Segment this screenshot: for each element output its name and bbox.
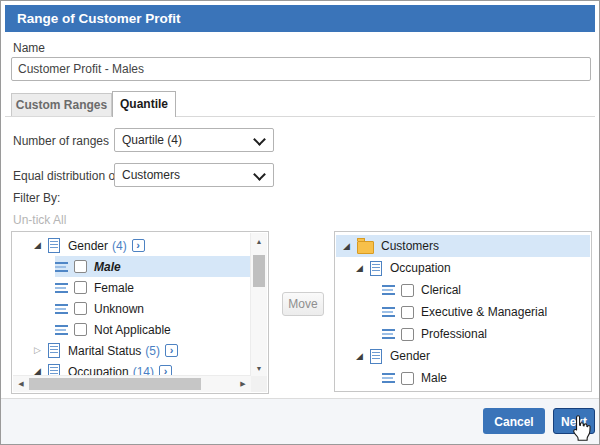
- vertical-scrollbar[interactable]: ▲ ▼: [250, 233, 267, 376]
- scroll-right-icon[interactable]: ▶: [235, 376, 251, 392]
- checkbox-unknown[interactable]: [74, 302, 87, 315]
- tree-item-unknown[interactable]: Unknown: [55, 298, 251, 319]
- list-item-icon: [55, 303, 68, 315]
- tree-item-label: Unknown: [94, 302, 144, 316]
- equal-distribution-select[interactable]: Customers: [114, 163, 274, 187]
- tree-item-professional[interactable]: Professional: [336, 323, 590, 345]
- right-tree: ◢Customers◢OccupationClericalExecutive &…: [336, 233, 590, 390]
- scroll-left-icon[interactable]: ◀: [13, 376, 29, 392]
- checkbox-clerical[interactable]: [401, 284, 414, 297]
- tree-item-male[interactable]: Male: [55, 256, 251, 277]
- horizontal-scrollbar-thumb[interactable]: [29, 378, 201, 390]
- checkbox-not-applicable[interactable]: [74, 323, 87, 336]
- left-tree: ◢Gender(4)›MaleFemaleUnknownNot Applicab…: [13, 233, 251, 376]
- list-item-icon: [382, 328, 395, 340]
- list-item-icon: [382, 372, 395, 384]
- list-item-icon: [55, 324, 68, 336]
- drill-arrow-icon[interactable]: ›: [165, 344, 178, 357]
- tree-item-label: Gender: [390, 349, 430, 363]
- vertical-scrollbar-thumb[interactable]: [253, 255, 265, 287]
- sheet-icon: [370, 349, 382, 364]
- dialog-title: Range of Customer Profit: [17, 11, 181, 26]
- tree-item-label: Marital Status: [68, 344, 141, 358]
- dialog-title-bar: Range of Customer Profit: [5, 5, 595, 32]
- checkbox-male[interactable]: [401, 372, 414, 385]
- list-item-icon: [382, 306, 395, 318]
- tree-item-clerical[interactable]: Clerical: [336, 279, 590, 301]
- equal-distribution-value: Customers: [122, 168, 180, 182]
- tree-item-label: Gender: [68, 239, 108, 253]
- checkbox-executive-managerial[interactable]: [401, 306, 414, 319]
- checkbox-professional[interactable]: [401, 328, 414, 341]
- horizontal-scrollbar[interactable]: ◀ ▶: [13, 375, 251, 392]
- collapse-triangle-icon[interactable]: ◢: [353, 264, 366, 273]
- tree-item-label: Executive & Managerial: [421, 305, 547, 319]
- expand-triangle-icon[interactable]: ▷: [31, 346, 44, 355]
- tree-item-gender[interactable]: ◢Gender(4)›: [31, 235, 251, 256]
- sheet-icon: [48, 238, 60, 253]
- tree-item-executive-managerial[interactable]: Executive & Managerial: [336, 301, 590, 323]
- collapse-triangle-icon[interactable]: ◢: [353, 352, 366, 361]
- tree-item-label: Female: [94, 281, 134, 295]
- number-of-ranges-select[interactable]: Quartile (4): [114, 128, 274, 152]
- tree-item-label: Customers: [381, 239, 439, 253]
- equal-distribution-label: Equal distribution of: [13, 169, 118, 183]
- name-label: Name: [13, 41, 45, 55]
- filter-by-label: Filter By:: [13, 191, 60, 205]
- chevron-down-icon: [253, 168, 266, 181]
- tree-item-male[interactable]: Male: [336, 367, 590, 389]
- tree-item-female[interactable]: Female: [55, 277, 251, 298]
- tab-quantile[interactable]: Quantile: [112, 91, 176, 117]
- range-dialog: Range of Customer Profit Name Custom Ran…: [0, 0, 600, 445]
- list-item-icon: [382, 284, 395, 296]
- tree-item-label: Male: [421, 371, 447, 385]
- right-tree-panel: ◢Customers◢OccupationClericalExecutive &…: [334, 231, 592, 392]
- dialog-footer: Cancel Next: [1, 398, 599, 444]
- list-item-icon: [55, 261, 68, 273]
- tree-item-customers[interactable]: ◢Customers: [336, 235, 590, 257]
- tree-item-not-applicable[interactable]: Not Applicable: [55, 319, 251, 340]
- collapse-triangle-icon[interactable]: ◢: [340, 242, 353, 251]
- cancel-button[interactable]: Cancel: [483, 408, 545, 434]
- next-button[interactable]: Next: [553, 408, 595, 434]
- list-item-icon: [55, 282, 68, 294]
- name-input[interactable]: [11, 57, 591, 81]
- left-tree-panel: ◢Gender(4)›MaleFemaleUnknownNot Applicab…: [11, 231, 269, 394]
- sheet-icon: [48, 343, 60, 358]
- drill-arrow-icon[interactable]: ›: [132, 239, 145, 252]
- tree-item-label: Not Applicable: [94, 323, 171, 337]
- scroll-down-icon[interactable]: ▼: [251, 360, 267, 376]
- tab-custom-ranges[interactable]: Custom Ranges: [11, 93, 112, 117]
- tree-item-label: Professional: [421, 327, 487, 341]
- tree-item-gender[interactable]: ◢Gender: [336, 345, 590, 367]
- tree-item-occupation[interactable]: ◢Occupation(14)›: [31, 361, 251, 376]
- tree-item-label: Occupation: [390, 261, 451, 275]
- member-count: (5): [145, 344, 160, 358]
- number-of-ranges-value: Quartile (4): [122, 133, 182, 147]
- tree-item-label: Clerical: [421, 283, 461, 297]
- number-of-ranges-label: Number of ranges: [13, 134, 109, 148]
- checkbox-male[interactable]: [74, 260, 87, 273]
- scrollbar-corner: [251, 376, 267, 392]
- folder-icon: [357, 241, 374, 254]
- tree-item-occupation[interactable]: ◢Occupation: [336, 257, 590, 279]
- chevron-down-icon: [253, 133, 266, 146]
- untick-all-link[interactable]: Un-tick All: [13, 213, 66, 227]
- tree-item-marital-status[interactable]: ▷Marital Status(5)›: [31, 340, 251, 361]
- member-count: (4): [112, 239, 127, 253]
- checkbox-female[interactable]: [74, 281, 87, 294]
- tabs-divider: [5, 116, 595, 117]
- tree-item-label: Male: [94, 260, 121, 274]
- scroll-up-icon[interactable]: ▲: [251, 233, 267, 249]
- move-button[interactable]: Move: [282, 292, 324, 316]
- collapse-triangle-icon[interactable]: ◢: [31, 241, 44, 250]
- sheet-icon: [370, 261, 382, 276]
